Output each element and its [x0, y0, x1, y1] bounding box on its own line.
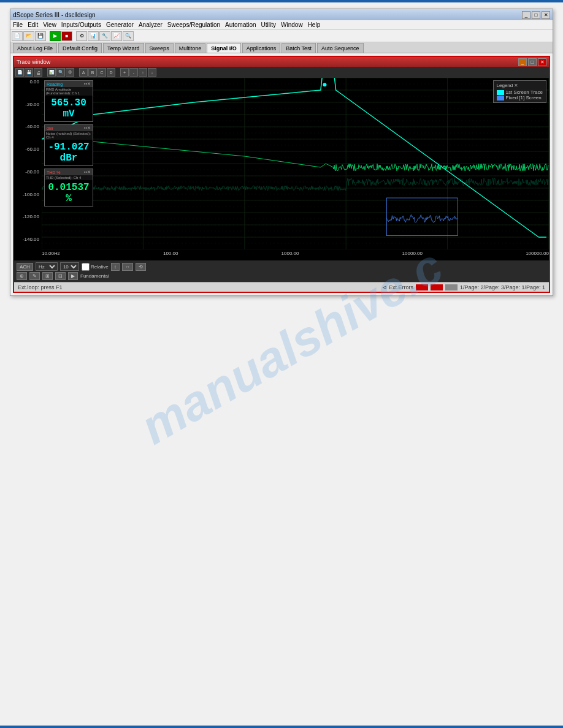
close-button[interactable]: ✕	[542, 11, 550, 19]
toolbar-stop[interactable]: ■	[61, 31, 72, 41]
trace-tb-7[interactable]: A	[79, 68, 88, 77]
ctrl-btn-4[interactable]: ⊟	[55, 272, 66, 280]
tab-sweeps[interactable]: Sweeps	[145, 43, 174, 53]
tab-signal-io[interactable]: Signal I/O	[207, 43, 241, 53]
legend-color-2	[497, 96, 504, 100]
meas-thd-controls[interactable]: ▪▪✕	[84, 170, 91, 175]
menu-bar: File Edit View Inputs/Outputs Generator …	[10, 20, 553, 30]
menu-utility[interactable]: Utility	[261, 21, 276, 28]
chart-canvas	[42, 78, 549, 249]
x-axis: 10.00Hz 100.00 1000.00 10000.00 100000.0…	[14, 249, 549, 260]
toolbar-btn-7[interactable]: 🔍	[123, 31, 134, 41]
legend-color-1	[497, 90, 504, 95]
graph-area: 0.00 -20.00 -40.00 -60.00 -80.00 -100.00…	[14, 78, 549, 249]
trace-tb-8[interactable]: B	[88, 68, 97, 77]
meas-rms-value: 565.30 mV	[45, 96, 93, 121]
measurement-boxes: Reading ▪▪✕ RMS Amplitude (Fundamental):…	[44, 80, 93, 207]
toolbar-btn-4[interactable]: 📊	[88, 31, 99, 41]
trace-max-btn[interactable]: □	[528, 58, 537, 66]
trace-tb-10[interactable]: D	[107, 68, 115, 77]
meas-box-rms: Reading ▪▪✕ RMS Amplitude (Fundamental):…	[44, 80, 93, 122]
tab-applications[interactable]: Applications	[242, 43, 281, 53]
main-wrapper: dScope Series III - dsclldesign _ □ ✕ Fi…	[0, 2, 563, 302]
bottom-row-1: ACH Hz kHz 10 20 Relative ↕ ↔ ⟲	[17, 262, 546, 271]
range-select[interactable]: 10 20	[60, 262, 79, 271]
toolbar-btn-5[interactable]: 🔧	[99, 31, 110, 41]
tab-batch-test[interactable]: Batch Test	[282, 43, 316, 53]
meas-rms-sublabel: RMS Amplitude (Fundamental): Ch 1	[45, 87, 93, 96]
meas-dbr-value: -91.027 dBr	[45, 140, 93, 165]
menu-window[interactable]: Window	[281, 21, 303, 28]
trace-min-btn[interactable]: _	[518, 58, 527, 66]
main-toolbar: 📄 📂 💾 ▶ ■ ⚙ 📊 🔧 📈 🔍	[10, 30, 553, 42]
tab-multitone[interactable]: Multitone	[175, 43, 206, 53]
trace-tb-2[interactable]: 💾	[25, 68, 33, 77]
x-label-4: 10000.00	[402, 251, 423, 260]
menu-view[interactable]: View	[43, 21, 56, 28]
tab-temp-wizard[interactable]: Temp Wizard	[103, 43, 144, 53]
ctrl-btn-2[interactable]: ✎	[29, 272, 40, 280]
status-left: Ext.loop: press F1	[18, 284, 63, 290]
legend-item-1: 1st Screen Trace	[497, 89, 543, 95]
meas-dbr-controls[interactable]: ▪▪✕	[84, 126, 91, 131]
trace-tb-13[interactable]: ↑	[139, 68, 147, 77]
y-label-7: -140.00	[15, 237, 40, 242]
menu-generator[interactable]: Generator	[106, 21, 134, 28]
toolbar-btn-6[interactable]: 📈	[111, 31, 122, 41]
toolbar-save[interactable]: 💾	[35, 31, 46, 41]
zoom-btn-3[interactable]: ⟲	[136, 263, 146, 271]
trace-tb-14[interactable]: ↓	[148, 68, 156, 77]
zoom-btn-1[interactable]: ↕	[111, 263, 120, 271]
app-window: dScope Series III - dsclldesign _ □ ✕ Fi…	[10, 9, 553, 296]
status-ind-1	[416, 284, 428, 290]
trace-tb-3[interactable]: 🖨	[34, 68, 42, 77]
minimize-button[interactable]: _	[522, 11, 530, 19]
trace-title: Trace window	[17, 59, 50, 65]
meas-rms-controls[interactable]: ▪▪✕	[84, 82, 91, 86]
menu-edit[interactable]: Edit	[28, 21, 38, 28]
status-ind-2	[431, 284, 443, 290]
toolbar-btn-3[interactable]: ⚙	[76, 31, 87, 41]
meas-thd-label: THD %	[47, 170, 61, 175]
unit-select[interactable]: Hz kHz	[36, 262, 58, 271]
toolbar-new[interactable]: 📄	[12, 31, 23, 41]
maximize-button[interactable]: □	[532, 11, 540, 19]
x-label-3: 1000.00	[282, 251, 299, 260]
toolbar-open[interactable]: 📂	[23, 31, 34, 41]
trace-tb-1[interactable]: 📄	[15, 68, 24, 77]
bottom-row-2: ⊕ ✎ ⊞ ⊟ ▶ Fundamental	[17, 272, 546, 280]
menu-inputs-outputs[interactable]: Inputs/Outputs	[61, 21, 101, 28]
menu-sweeps[interactable]: Sweeps/Regulation	[167, 21, 220, 28]
tab-default-config[interactable]: Default Config	[58, 43, 102, 53]
meas-thd-value: 0.01537 %	[45, 180, 93, 206]
mode-btn[interactable]: ACH	[17, 263, 33, 271]
meas-rms-label: Reading	[47, 82, 63, 86]
trace-tb-12[interactable]: -	[129, 68, 138, 77]
meas-thd-sublabel: THD (Selected): Ch 4	[45, 175, 93, 180]
trace-close-btn[interactable]: ✕	[538, 58, 546, 66]
menu-file[interactable]: File	[13, 21, 23, 28]
trace-tb-9[interactable]: C	[98, 68, 106, 77]
menu-automation[interactable]: Automation	[225, 21, 256, 28]
y-label-2: -40.00	[15, 124, 40, 129]
relative-checkbox-label: Relative	[82, 263, 109, 271]
trace-tb-4[interactable]: 📊	[47, 68, 56, 77]
trace-tb-6[interactable]: ⚙	[66, 68, 74, 77]
tab-strip: About Log File Default Config Temp Wizar…	[10, 42, 553, 53]
menu-analyzer[interactable]: Analyzer	[139, 21, 163, 28]
ctrl-btn-5[interactable]: ▶	[68, 272, 78, 280]
ctrl-btn-3[interactable]: ⊞	[42, 272, 53, 280]
trace-tb-11[interactable]: +	[120, 68, 129, 77]
y-label-0: 0.00	[15, 79, 40, 85]
ctrl-btn-1[interactable]: ⊕	[17, 272, 27, 280]
zoom-btn-2[interactable]: ↔	[122, 263, 133, 271]
tab-auto-sequence[interactable]: Auto Sequence	[317, 43, 364, 53]
relative-checkbox[interactable]	[82, 263, 90, 271]
legend-item-2: Fixed [1] Screen	[497, 95, 543, 100]
tab-about-log[interactable]: About Log File	[13, 43, 57, 53]
legend-label-2: Fixed [1] Screen	[506, 95, 542, 100]
toolbar-run[interactable]: ▶	[50, 31, 61, 41]
x-label-2: 100.00	[163, 251, 178, 260]
trace-tb-5[interactable]: 🔍	[56, 68, 65, 77]
menu-help[interactable]: Help	[308, 21, 321, 28]
